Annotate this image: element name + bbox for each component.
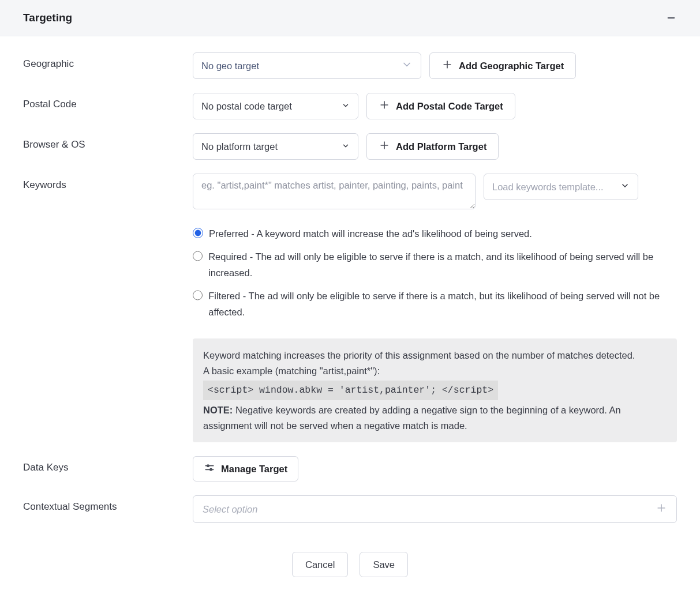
contextual-placeholder: Select option [203,504,257,515]
plus-icon [379,140,390,153]
chevron-down-icon [620,181,630,193]
row-data-keys: Data Keys Manage Target [23,456,677,481]
panel-title: Targeting [23,12,72,24]
row-geographic: Geographic No geo target Add Geographic … [23,52,677,79]
add-postal-button[interactable]: Add Postal Code Target [366,93,515,119]
label-geographic: Geographic [23,52,193,70]
radio-required[interactable] [193,251,203,261]
keywords-input[interactable] [193,174,476,209]
add-platform-button[interactable]: Add Platform Target [366,133,499,160]
info-note: NOTE: Negative keywords are created by a… [203,402,667,433]
row-browser-os: Browser & OS No platform target Add Plat… [23,133,677,160]
keywords-template-label: Load keywords template... [492,182,604,193]
keywords-template-button[interactable]: Load keywords template... [484,174,638,200]
row-postal: Postal Code No postal code target Add Po… [23,93,677,119]
geographic-select-value: No geo target [201,61,259,72]
geographic-select[interactable]: No geo target [193,52,421,79]
plus-icon [441,59,453,73]
label-postal: Postal Code [23,93,193,110]
collapse-icon[interactable] [665,12,677,24]
info-code-snippet: <script> window.abkw = 'artist,painter';… [203,381,498,400]
contextual-select[interactable]: Select option [193,495,677,523]
panel-header: Targeting [0,0,700,36]
radio-row-filtered: Filtered - The ad will only be eligible … [193,288,677,320]
radio-required-label[interactable]: Required - The ad will only be eligible … [208,249,677,281]
radio-row-required: Required - The ad will only be eligible … [193,249,677,281]
svg-point-8 [207,465,209,466]
panel-body: Geographic No geo target Add Geographic … [0,36,700,600]
add-postal-label: Add Postal Code Target [396,101,503,112]
row-keywords: Keywords Load keywords template... Prefe… [23,174,677,442]
label-browser-os: Browser & OS [23,133,193,150]
radio-row-preferred: Preferred - A keyword match will increas… [193,225,677,242]
targeting-panel: Targeting Geographic No geo target [0,0,700,600]
row-contextual-segments: Contextual Segments Select option [23,495,677,523]
plus-icon [379,99,390,113]
keyword-match-radio-group: Preferred - A keyword match will increas… [193,225,677,320]
label-keywords: Keywords [23,174,193,191]
postal-select[interactable]: No postal code target [193,93,358,119]
cancel-button[interactable]: Cancel [292,552,348,577]
postal-select-value: No postal code target [201,101,292,112]
info-note-label: NOTE: [203,405,233,415]
save-button[interactable]: Save [360,552,408,577]
keywords-info-box: Keyword matching increases the priority … [193,338,677,442]
radio-filtered-label[interactable]: Filtered - The ad will only be eligible … [208,288,677,320]
chevron-down-icon [342,101,350,112]
plus-icon [656,502,667,516]
radio-preferred[interactable] [193,228,203,238]
footer-actions: Cancel Save [23,552,677,577]
label-data-keys: Data Keys [23,456,193,473]
manage-target-button[interactable]: Manage Target [193,456,298,481]
sliders-icon [204,462,215,476]
add-geographic-label: Add Geographic Target [459,61,564,72]
chevron-down-icon [342,141,350,152]
manage-target-label: Manage Target [221,464,287,475]
platform-select-value: No platform target [201,141,278,152]
chevron-down-icon [401,59,413,73]
radio-filtered[interactable] [193,290,203,300]
add-geographic-button[interactable]: Add Geographic Target [429,52,576,79]
info-line2: A basic example (matching "artist,paint*… [203,363,667,378]
add-platform-label: Add Platform Target [396,141,486,152]
platform-select[interactable]: No platform target [193,133,358,160]
svg-point-10 [210,469,212,471]
info-note-text: Negative keywords are created by adding … [203,405,621,430]
label-contextual-segments: Contextual Segments [23,495,193,513]
radio-preferred-label[interactable]: Preferred - A keyword match will increas… [209,225,532,242]
info-line1: Keyword matching increases the priority … [203,348,667,363]
